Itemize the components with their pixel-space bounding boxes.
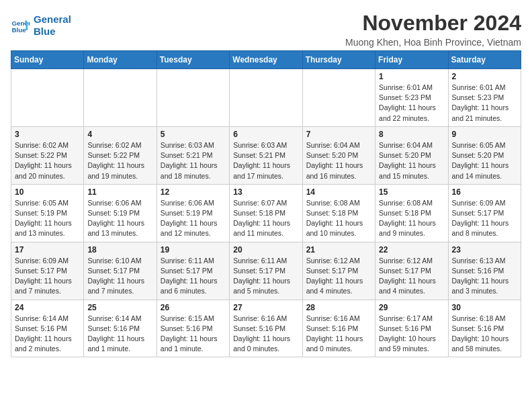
- day-number: 20: [233, 245, 298, 255]
- day-number: 27: [233, 303, 298, 312]
- logo-text-line2: Blue: [34, 26, 71, 38]
- day-number: 2: [452, 72, 517, 81]
- day-cell-7: 7Sunrise: 6:04 AM Sunset: 5:20 PM Daylig…: [302, 126, 375, 184]
- day-number: 3: [15, 130, 80, 139]
- day-cell-23: 23Sunrise: 6:13 AM Sunset: 5:16 PM Dayli…: [448, 242, 521, 300]
- month-title: November 2024: [345, 11, 521, 36]
- day-number: 17: [15, 245, 80, 255]
- day-number: 12: [161, 187, 226, 197]
- day-info: Sunrise: 6:06 AM Sunset: 5:19 PM Dayligh…: [161, 198, 226, 239]
- day-info: Sunrise: 6:04 AM Sunset: 5:20 PM Dayligh…: [379, 140, 444, 181]
- page-header: General Blue General Blue November 2024 …: [11, 11, 521, 48]
- day-number: 11: [87, 187, 152, 197]
- day-info: Sunrise: 6:01 AM Sunset: 5:23 PM Dayligh…: [452, 83, 517, 124]
- day-number: 18: [87, 245, 152, 255]
- day-number: 16: [452, 187, 517, 197]
- weekday-header-row: SundayMondayTuesdayWednesdayThursdayFrid…: [11, 51, 521, 69]
- day-cell-15: 15Sunrise: 6:08 AM Sunset: 5:18 PM Dayli…: [375, 184, 448, 242]
- calendar-table: SundayMondayTuesdayWednesdayThursdayFrid…: [11, 50, 521, 357]
- day-info: Sunrise: 6:15 AM Sunset: 5:16 PM Dayligh…: [161, 314, 226, 355]
- day-cell-28: 28Sunrise: 6:16 AM Sunset: 5:16 PM Dayli…: [302, 300, 375, 357]
- day-number: 15: [379, 187, 444, 197]
- day-cell-24: 24Sunrise: 6:14 AM Sunset: 5:16 PM Dayli…: [11, 300, 84, 357]
- day-cell-20: 20Sunrise: 6:11 AM Sunset: 5:17 PM Dayli…: [230, 242, 302, 300]
- day-cell-22: 22Sunrise: 6:12 AM Sunset: 5:17 PM Dayli…: [375, 242, 448, 300]
- day-cell-19: 19Sunrise: 6:11 AM Sunset: 5:17 PM Dayli…: [157, 242, 229, 300]
- empty-cell: [11, 69, 84, 127]
- weekday-header-saturday: Saturday: [448, 51, 521, 69]
- day-cell-11: 11Sunrise: 6:06 AM Sunset: 5:19 PM Dayli…: [84, 184, 157, 242]
- day-info: Sunrise: 6:05 AM Sunset: 5:20 PM Dayligh…: [452, 140, 517, 181]
- day-info: Sunrise: 6:14 AM Sunset: 5:16 PM Dayligh…: [87, 314, 152, 355]
- day-info: Sunrise: 6:12 AM Sunset: 5:17 PM Dayligh…: [306, 256, 371, 297]
- day-info: Sunrise: 6:11 AM Sunset: 5:17 PM Dayligh…: [233, 256, 298, 297]
- day-info: Sunrise: 6:02 AM Sunset: 5:22 PM Dayligh…: [87, 140, 152, 181]
- day-number: 29: [379, 303, 444, 312]
- day-number: 28: [306, 303, 371, 312]
- day-cell-30: 30Sunrise: 6:18 AM Sunset: 5:16 PM Dayli…: [448, 300, 521, 357]
- weekday-header-tuesday: Tuesday: [157, 51, 229, 69]
- weekday-header-friday: Friday: [375, 51, 448, 69]
- day-cell-17: 17Sunrise: 6:09 AM Sunset: 5:17 PM Dayli…: [11, 242, 84, 300]
- day-number: 14: [306, 187, 371, 197]
- day-info: Sunrise: 6:03 AM Sunset: 5:21 PM Dayligh…: [233, 140, 298, 181]
- day-cell-14: 14Sunrise: 6:08 AM Sunset: 5:18 PM Dayli…: [302, 184, 375, 242]
- empty-cell: [302, 69, 375, 127]
- svg-text:Blue: Blue: [11, 26, 26, 34]
- day-number: 30: [452, 303, 517, 312]
- weekday-header-thursday: Thursday: [302, 51, 375, 69]
- day-number: 26: [161, 303, 226, 312]
- week-row-2: 3Sunrise: 6:02 AM Sunset: 5:22 PM Daylig…: [11, 126, 521, 184]
- day-info: Sunrise: 6:07 AM Sunset: 5:18 PM Dayligh…: [233, 198, 298, 239]
- day-number: 1: [379, 72, 444, 81]
- weekday-header-sunday: Sunday: [11, 51, 84, 69]
- day-info: Sunrise: 6:16 AM Sunset: 5:16 PM Dayligh…: [306, 314, 371, 355]
- day-number: 6: [233, 130, 298, 139]
- day-cell-10: 10Sunrise: 6:05 AM Sunset: 5:19 PM Dayli…: [11, 184, 84, 242]
- day-cell-26: 26Sunrise: 6:15 AM Sunset: 5:16 PM Dayli…: [157, 300, 229, 357]
- day-cell-16: 16Sunrise: 6:09 AM Sunset: 5:17 PM Dayli…: [448, 184, 521, 242]
- logo: General Blue General Blue: [11, 13, 71, 38]
- day-cell-21: 21Sunrise: 6:12 AM Sunset: 5:17 PM Dayli…: [302, 242, 375, 300]
- day-info: Sunrise: 6:04 AM Sunset: 5:20 PM Dayligh…: [306, 140, 371, 181]
- day-number: 23: [452, 245, 517, 255]
- day-info: Sunrise: 6:06 AM Sunset: 5:19 PM Dayligh…: [87, 198, 152, 239]
- day-cell-12: 12Sunrise: 6:06 AM Sunset: 5:19 PM Dayli…: [157, 184, 229, 242]
- day-info: Sunrise: 6:16 AM Sunset: 5:16 PM Dayligh…: [233, 314, 298, 355]
- weekday-header-wednesday: Wednesday: [230, 51, 302, 69]
- day-cell-29: 29Sunrise: 6:17 AM Sunset: 5:16 PM Dayli…: [375, 300, 448, 357]
- day-cell-13: 13Sunrise: 6:07 AM Sunset: 5:18 PM Dayli…: [230, 184, 302, 242]
- empty-cell: [230, 69, 302, 127]
- week-row-5: 24Sunrise: 6:14 AM Sunset: 5:16 PM Dayli…: [11, 300, 521, 357]
- day-cell-8: 8Sunrise: 6:04 AM Sunset: 5:20 PM Daylig…: [375, 126, 448, 184]
- day-number: 5: [161, 130, 226, 139]
- day-number: 22: [379, 245, 444, 255]
- day-number: 24: [15, 303, 80, 312]
- day-cell-4: 4Sunrise: 6:02 AM Sunset: 5:22 PM Daylig…: [84, 126, 157, 184]
- day-info: Sunrise: 6:12 AM Sunset: 5:17 PM Dayligh…: [379, 256, 444, 297]
- day-cell-27: 27Sunrise: 6:16 AM Sunset: 5:16 PM Dayli…: [230, 300, 302, 357]
- day-cell-18: 18Sunrise: 6:10 AM Sunset: 5:17 PM Dayli…: [84, 242, 157, 300]
- location: Muong Khen, Hoa Binh Province, Vietnam: [345, 37, 521, 48]
- day-info: Sunrise: 6:11 AM Sunset: 5:17 PM Dayligh…: [161, 256, 226, 297]
- day-cell-5: 5Sunrise: 6:03 AM Sunset: 5:21 PM Daylig…: [157, 126, 229, 184]
- day-info: Sunrise: 6:09 AM Sunset: 5:17 PM Dayligh…: [15, 256, 80, 297]
- day-info: Sunrise: 6:10 AM Sunset: 5:17 PM Dayligh…: [87, 256, 152, 297]
- day-info: Sunrise: 6:08 AM Sunset: 5:18 PM Dayligh…: [379, 198, 444, 239]
- day-info: Sunrise: 6:01 AM Sunset: 5:23 PM Dayligh…: [379, 83, 444, 124]
- day-cell-2: 2Sunrise: 6:01 AM Sunset: 5:23 PM Daylig…: [448, 69, 521, 127]
- day-cell-9: 9Sunrise: 6:05 AM Sunset: 5:20 PM Daylig…: [448, 126, 521, 184]
- day-number: 7: [306, 130, 371, 139]
- day-number: 21: [306, 245, 371, 255]
- day-info: Sunrise: 6:02 AM Sunset: 5:22 PM Dayligh…: [15, 140, 80, 181]
- day-cell-6: 6Sunrise: 6:03 AM Sunset: 5:21 PM Daylig…: [230, 126, 302, 184]
- day-info: Sunrise: 6:13 AM Sunset: 5:16 PM Dayligh…: [452, 256, 517, 297]
- day-info: Sunrise: 6:18 AM Sunset: 5:16 PM Dayligh…: [452, 314, 517, 355]
- week-row-3: 10Sunrise: 6:05 AM Sunset: 5:19 PM Dayli…: [11, 184, 521, 242]
- day-number: 4: [87, 130, 152, 139]
- day-info: Sunrise: 6:05 AM Sunset: 5:19 PM Dayligh…: [15, 198, 80, 239]
- day-cell-1: 1Sunrise: 6:01 AM Sunset: 5:23 PM Daylig…: [375, 69, 448, 127]
- day-number: 25: [87, 303, 152, 312]
- title-area: November 2024 Muong Khen, Hoa Binh Provi…: [345, 11, 521, 48]
- day-number: 19: [161, 245, 226, 255]
